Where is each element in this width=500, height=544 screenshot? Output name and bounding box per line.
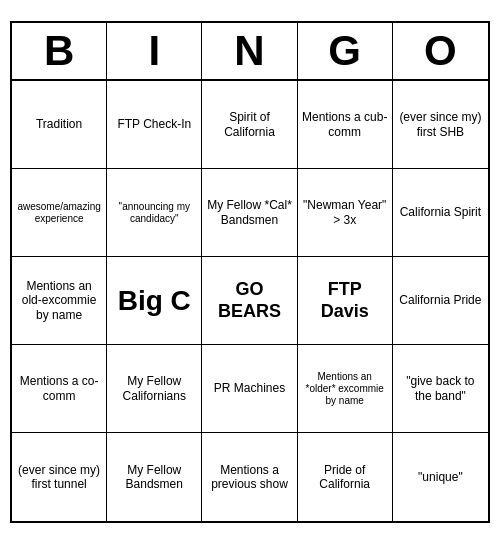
bingo-cell: Spirit of California (202, 81, 297, 169)
bingo-cell: Mentions a cub-comm (298, 81, 393, 169)
bingo-cell: Mentions an *older* excommie by name (298, 345, 393, 433)
bingo-grid: TraditionFTP Check-InSpirit of Californi… (12, 81, 488, 521)
bingo-cell: FTP Davis (298, 257, 393, 345)
bingo-cell: Mentions a co-comm (12, 345, 107, 433)
header-letter: I (107, 23, 202, 79)
header-letter: B (12, 23, 107, 79)
bingo-cell: My Fellow Bandsmen (107, 433, 202, 521)
bingo-cell: FTP Check-In (107, 81, 202, 169)
bingo-cell: "give back to the band" (393, 345, 488, 433)
bingo-cell: "Newman Year" > 3x (298, 169, 393, 257)
bingo-cell: Mentions an old-excommie by name (12, 257, 107, 345)
bingo-card: BINGO TraditionFTP Check-InSpirit of Cal… (10, 21, 490, 523)
bingo-cell: Pride of California (298, 433, 393, 521)
bingo-cell: (ever since my) first tunnel (12, 433, 107, 521)
bingo-cell: "unique" (393, 433, 488, 521)
bingo-cell: PR Machines (202, 345, 297, 433)
bingo-cell: My Fellow Californians (107, 345, 202, 433)
bingo-cell: California Spirit (393, 169, 488, 257)
bingo-cell: "announcing my candidacy" (107, 169, 202, 257)
header-letter: O (393, 23, 488, 79)
header-letter: G (298, 23, 393, 79)
bingo-cell: GO BEARS (202, 257, 297, 345)
bingo-cell: Tradition (12, 81, 107, 169)
bingo-cell: Mentions a previous show (202, 433, 297, 521)
header-letter: N (202, 23, 297, 79)
bingo-cell: (ever since my) first SHB (393, 81, 488, 169)
bingo-cell: My Fellow *Cal* Bandsmen (202, 169, 297, 257)
bingo-cell: California Pride (393, 257, 488, 345)
bingo-cell: awesome/amazing experience (12, 169, 107, 257)
bingo-header: BINGO (12, 23, 488, 81)
bingo-cell: Big C (107, 257, 202, 345)
